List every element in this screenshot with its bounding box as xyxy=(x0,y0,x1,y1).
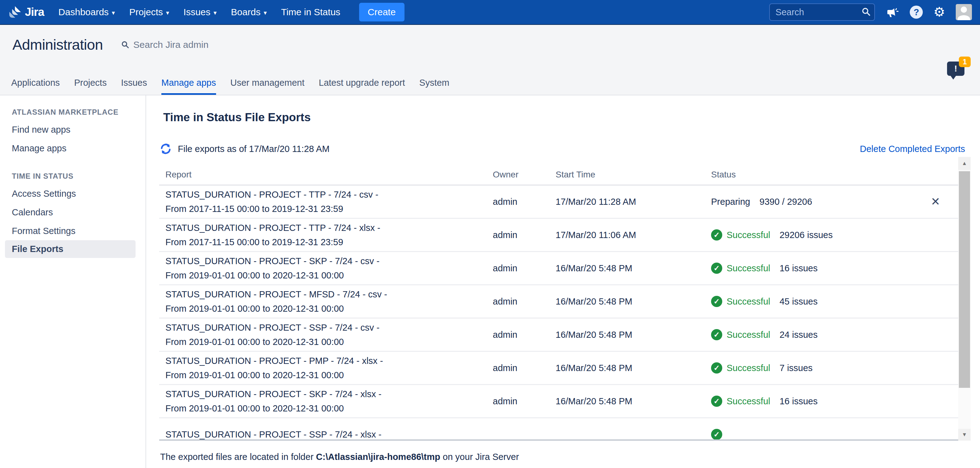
tab-manage-apps[interactable]: Manage apps xyxy=(161,78,216,95)
table-row: STATUS_DURATION - PROJECT - SKP - 7/24 -… xyxy=(159,385,958,418)
nav-item-label: Time in Status xyxy=(281,7,340,17)
report-name: STATUS_DURATION - PROJECT - TTP - 7/24 -… xyxy=(165,221,493,235)
question-mark-glyph: ? xyxy=(910,6,923,19)
nav-menu: Dashboards▾Projects▾Issues▾Boards▾Time i… xyxy=(59,7,355,17)
exports-table: ReportOwnerStart TimeStatus STATUS_DURAT… xyxy=(159,165,958,441)
success-check-icon: ✓ xyxy=(711,429,722,440)
sidebar-item-format-settings[interactable]: Format Settings xyxy=(12,222,145,240)
avatar-torso xyxy=(958,15,970,20)
sidebar-item-calendars[interactable]: Calendars xyxy=(12,203,145,222)
search-input[interactable] xyxy=(769,3,875,21)
success-check-icon: ✓ xyxy=(711,229,722,241)
announcements-icon[interactable] xyxy=(886,5,899,19)
success-check-icon: ✓ xyxy=(711,362,722,374)
table-row: STATUS_DURATION - PROJECT - SSP - 7/24 -… xyxy=(159,418,958,441)
report-cell: STATUS_DURATION - PROJECT - SKP - 7/24 -… xyxy=(159,387,493,416)
nav-item-dashboards[interactable]: Dashboards▾ xyxy=(59,7,115,17)
sidebar-section-title: ATLASSIAN MARKETPLACE xyxy=(12,108,145,117)
nav-item-time-in-status[interactable]: Time in Status xyxy=(281,7,340,17)
status-label: Successful xyxy=(727,363,770,373)
report-cell: STATUS_DURATION - PROJECT - PMP - 7/24 -… xyxy=(159,354,493,382)
main-panel: Time in Status File Exports File exports… xyxy=(146,95,980,468)
content: ATLASSIAN MARKETPLACEFind new appsManage… xyxy=(0,95,980,468)
start-time-cell: 16/Mar/20 5:48 PM xyxy=(555,263,711,273)
start-time-cell: 17/Mar/20 11:28 AM xyxy=(555,197,711,207)
report-name: STATUS_DURATION - PROJECT - SKP - 7/24 -… xyxy=(165,387,493,401)
owner-cell: admin xyxy=(493,230,555,240)
table-row: STATUS_DURATION - PROJECT - SSP - 7/24 -… xyxy=(159,319,958,352)
report-name: STATUS_DURATION - PROJECT - SSP - 7/24 -… xyxy=(165,427,493,441)
jira-home-link[interactable]: Jira xyxy=(8,5,44,19)
refresh-button[interactable] xyxy=(159,142,172,155)
sidebar: ATLASSIAN MARKETPLACEFind new appsManage… xyxy=(0,95,146,468)
sidebar-item-access-settings[interactable]: Access Settings xyxy=(12,184,145,203)
start-time-cell: 17/Mar/20 11:06 AM xyxy=(555,230,711,240)
admin-search-label: Search Jira admin xyxy=(134,40,208,50)
owner-cell: admin xyxy=(493,263,555,273)
search-icon xyxy=(861,7,871,18)
sidebar-item-find-new-apps[interactable]: Find new apps xyxy=(12,120,145,139)
nav-item-issues[interactable]: Issues▾ xyxy=(183,7,217,17)
start-time-cell: 16/Mar/20 5:48 PM xyxy=(555,297,711,307)
issue-count: 16 issues xyxy=(780,263,818,273)
tab-applications[interactable]: Applications xyxy=(11,78,60,95)
top-nav: Jira Dashboards▾Projects▾Issues▾Boards▾T… xyxy=(0,0,980,25)
progress-count: 9390 / 29206 xyxy=(760,197,812,207)
tab-latest-upgrade-report[interactable]: Latest upgrade report xyxy=(319,78,405,95)
delete-completed-exports-link[interactable]: Delete Completed Exports xyxy=(860,144,966,154)
notification-badge: 1 xyxy=(959,57,970,67)
report-cell: STATUS_DURATION - PROJECT - SSP - 7/24 -… xyxy=(159,320,493,349)
report-cell: STATUS_DURATION - PROJECT - TTP - 7/24 -… xyxy=(159,221,493,249)
column-header-status: Status xyxy=(711,170,958,179)
scroll-down-button[interactable]: ▼ xyxy=(958,429,970,441)
sidebar-item-manage-apps[interactable]: Manage apps xyxy=(12,139,145,157)
status-label: Successful xyxy=(727,297,770,307)
report-cell: STATUS_DURATION - PROJECT - SSP - 7/24 -… xyxy=(159,427,493,441)
column-header-report: Report xyxy=(159,170,493,179)
success-check-icon: ✓ xyxy=(711,263,722,274)
nav-item-projects[interactable]: Projects▾ xyxy=(129,7,169,17)
report-date-range: From 2017-11-15 00:00 to 2019-12-31 23:5… xyxy=(165,235,493,249)
owner-cell: admin xyxy=(493,197,555,207)
report-name: STATUS_DURATION - PROJECT - TTP - 7/24 -… xyxy=(165,187,493,201)
nav-item-label: Projects xyxy=(129,7,163,17)
tab-projects[interactable]: Projects xyxy=(74,78,107,95)
tab-issues[interactable]: Issues xyxy=(121,78,147,95)
status-cell: ✓Successful24 issues xyxy=(711,329,958,340)
report-name: STATUS_DURATION - PROJECT - MFSD - 7/24 … xyxy=(165,287,493,301)
report-date-range: From 2019-01-01 00:00 to 2020-12-31 00:0… xyxy=(165,268,493,282)
issue-count: 16 issues xyxy=(780,396,818,406)
status-label: Successful xyxy=(727,263,770,273)
report-cell: STATUS_DURATION - PROJECT - MFSD - 7/24 … xyxy=(159,287,493,316)
cancel-export-button[interactable]: ✕ xyxy=(929,196,942,208)
tab-user-management[interactable]: User management xyxy=(231,78,305,95)
status-cell: ✓Successful29206 issues xyxy=(711,229,958,241)
report-date-range: From 2017-11-15 00:00 to 2019-12-31 23:5… xyxy=(165,201,493,216)
note-suffix: on your Jira Server xyxy=(440,452,519,462)
export-folder-path: C:\Atlassian\jira-home86\tmp xyxy=(316,452,440,462)
avatar[interactable] xyxy=(956,4,972,20)
tab-system[interactable]: System xyxy=(419,78,450,95)
table-row: STATUS_DURATION - PROJECT - PMP - 7/24 -… xyxy=(159,352,958,385)
status-cell: ✓Successful7 issues xyxy=(711,362,958,374)
create-button[interactable]: Create xyxy=(359,3,404,21)
gear-icon[interactable]: ⚙ xyxy=(933,6,945,19)
nav-item-boards[interactable]: Boards▾ xyxy=(231,7,267,17)
status-cell: Preparing9390 / 29206✕ xyxy=(711,196,958,208)
scrollbar-thumb[interactable] xyxy=(959,171,970,388)
start-time-cell: 16/Mar/20 5:48 PM xyxy=(555,330,711,340)
report-name: STATUS_DURATION - PROJECT - PMP - 7/24 -… xyxy=(165,354,493,368)
avatar-head xyxy=(961,6,967,13)
brand-name: Jira xyxy=(25,6,44,19)
admin-search[interactable]: Search Jira admin xyxy=(121,40,208,50)
notifications-button[interactable]: ! 1 xyxy=(947,62,964,76)
scroll-up-button[interactable]: ▲ xyxy=(958,157,970,170)
nav-search xyxy=(769,3,875,21)
sidebar-item-file-exports[interactable]: File Exports xyxy=(5,240,135,258)
help-icon[interactable]: ? xyxy=(910,6,923,19)
owner-cell: admin xyxy=(493,396,555,406)
issue-count: 29206 issues xyxy=(780,230,833,240)
chevron-down-icon: ▾ xyxy=(213,9,217,16)
issue-count: 7 issues xyxy=(780,363,812,373)
start-time-cell: 16/Mar/20 5:48 PM xyxy=(555,396,711,406)
